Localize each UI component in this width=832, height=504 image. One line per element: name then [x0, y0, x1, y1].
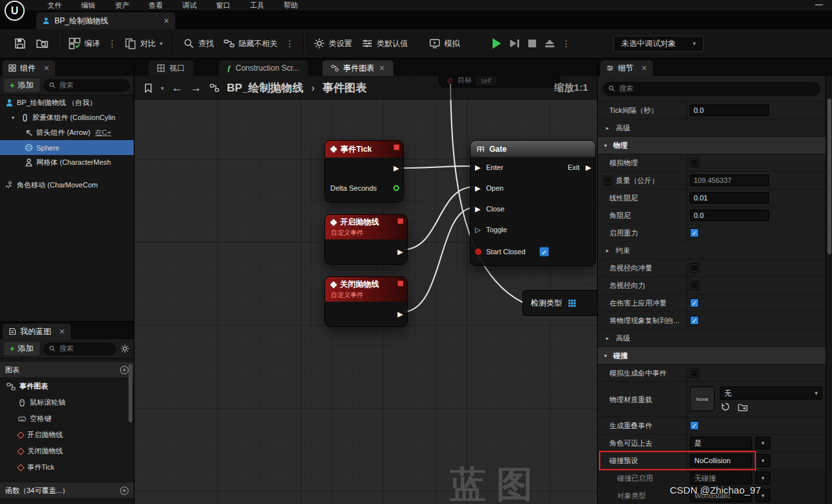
category-collision[interactable]: ▾ 碰撞 [598, 347, 826, 365]
category-physics[interactable]: ▾ 物理 [598, 137, 826, 154]
menu-view[interactable]: 查看 [139, 0, 173, 10]
start-closed-checkbox[interactable]: ✓ [539, 247, 549, 257]
details-scrollbar[interactable] [826, 76, 832, 504]
graph-item-mousewheel[interactable]: 鼠标滚轮轴 [0, 394, 134, 411]
minimize-icon[interactable]: — [815, 0, 823, 9]
compile-button[interactable]: 编译 [64, 33, 104, 54]
close-icon[interactable]: ✕ [43, 64, 49, 73]
frame-skip-button[interactable] [506, 33, 524, 54]
linear-damping-input[interactable]: 0.01 [690, 192, 769, 204]
angular-damping-input[interactable]: 0.0 [690, 210, 769, 221]
details-search-input[interactable]: 搜索 [603, 82, 820, 96]
graph-item-event-tick[interactable]: 事件Tick [0, 459, 134, 475]
ignore-radial-impulse-checkbox[interactable] [690, 263, 699, 272]
diff-button[interactable]: 对比 ▾ [120, 33, 167, 54]
simulate-physics-checkbox[interactable] [690, 158, 699, 167]
component-row-capsule[interactable]: ▾ 胶囊体组件 (CollisionCylin [0, 110, 134, 125]
use-selected-icon[interactable] [721, 402, 730, 411]
eject-button[interactable] [541, 33, 559, 54]
tick-interval-input[interactable]: 0.0 [690, 104, 769, 116]
save-button[interactable] [9, 33, 31, 54]
node-event-tick[interactable]: 事件Tick ▶ Delta Seconds [324, 140, 404, 202]
expander-icon[interactable]: ▾ [12, 115, 18, 121]
group-constraints[interactable]: ▸ 约束 [598, 242, 826, 259]
apply-impulse-checkbox[interactable]: ✓ [690, 298, 699, 307]
node-detect-type[interactable]: 检测类型 [522, 290, 597, 316]
debug-object-dropdown[interactable]: 未选中调试对象 ▾ [613, 36, 704, 52]
collision-preset-dropdown[interactable]: NoCollision [690, 454, 752, 467]
menu-edit[interactable]: 编辑 [71, 0, 105, 10]
component-row-charmove[interactable]: 角色移动 (CharMoveCom [0, 178, 134, 193]
overlap-events-checkbox[interactable]: ✓ [690, 421, 699, 430]
node-close-parabola[interactable]: 关闭抛物线 自定义事件 ▶ [324, 276, 408, 327]
my-blueprint-scrollbar[interactable] [128, 364, 132, 422]
bool-input-pin[interactable] [475, 248, 482, 255]
settings-gear-icon[interactable] [120, 344, 130, 354]
tab-viewport[interactable]: 视口 [149, 60, 193, 76]
exec-input-pin[interactable]: ▷ [475, 226, 480, 234]
add-graph-icon[interactable]: + [120, 366, 128, 374]
close-icon[interactable]: ✕ [59, 328, 65, 336]
forward-arrow-icon[interactable]: → [191, 82, 202, 95]
menu-help[interactable]: 帮助 [274, 0, 308, 10]
replicate-physics-checkbox[interactable]: ✓ [690, 316, 699, 325]
graphs-section-header[interactable]: 图表 + [0, 362, 134, 378]
component-row-mesh[interactable]: 网格体 (CharacterMesh [0, 155, 134, 170]
add-function-icon[interactable]: + [120, 486, 128, 495]
stop-button[interactable] [524, 33, 541, 54]
my-blueprint-tab[interactable]: 我的蓝图 ✕ [3, 324, 71, 339]
functions-section-header[interactable]: 函数（34可覆盖...） + [0, 483, 134, 499]
ignore-radial-force-checkbox[interactable] [690, 281, 699, 290]
node-open-parabola[interactable]: 开启抛物线 自定义事件 ▶ [324, 214, 408, 265]
exec-input-pin[interactable]: ▶ [475, 163, 480, 172]
hide-unrelated-button[interactable]: 隐藏不相关 [219, 33, 282, 54]
browse-to-asset-icon[interactable] [738, 403, 748, 411]
add-blueprint-item-button[interactable]: +添加 [4, 342, 40, 355]
exec-input-pin[interactable]: ▶ [475, 184, 480, 193]
my-blueprint-search-input[interactable]: 搜索 [43, 342, 116, 355]
tab-construction-script[interactable]: ƒ Construction Scr... [219, 60, 308, 76]
material-thumbnail[interactable]: None [690, 387, 715, 411]
chevron-down-icon[interactable]: ▾ [755, 437, 770, 450]
exec-output-pin[interactable]: ▶ [398, 248, 403, 256]
exec-output-pin[interactable]: ▶ [394, 163, 399, 172]
graph-item-open-parabola[interactable]: 开启抛物线 [0, 427, 134, 443]
graph-item-spacebar[interactable]: 空格键 [0, 411, 134, 427]
hit-events-checkbox[interactable] [690, 368, 699, 378]
scrollbar-thumb[interactable] [827, 99, 831, 254]
mass-input[interactable]: 109.456337 [690, 174, 769, 186]
breadcrumb-root[interactable]: BP_绘制抛物线 [227, 80, 304, 95]
component-row-self[interactable]: BP_绘制抛物线 （自我） [0, 95, 134, 110]
browse-button[interactable] [31, 33, 53, 54]
event-graph-row[interactable]: 事件图表 [0, 378, 134, 394]
breadcrumb-current[interactable]: 事件图表 [323, 80, 367, 95]
document-tab[interactable]: BP_绘制抛物线 ✕ [36, 12, 175, 29]
enable-gravity-checkbox[interactable]: ✓ [690, 228, 699, 237]
play-options-kebab-icon[interactable]: ⋮ [559, 38, 574, 49]
hide-options-kebab-icon[interactable]: ⋮ [282, 38, 298, 49]
menu-debug[interactable]: 调试 [173, 0, 206, 10]
component-source-link[interactable]: 在C+ [95, 128, 111, 138]
graph-canvas[interactable]: ⊘ 目标 self 事件Tick ▶ [134, 76, 597, 504]
collision-enabled-dropdown[interactable]: 无碰撞 [690, 472, 752, 485]
compile-options-kebab-icon[interactable]: ⋮ [104, 38, 120, 49]
simulate-button[interactable]: 模拟 [424, 33, 465, 54]
menu-asset[interactable]: 资产 [105, 0, 139, 10]
float-output-pin[interactable] [393, 185, 399, 191]
tab-event-graph[interactable]: 事件图表 ✕ [323, 60, 393, 76]
exec-output-pin[interactable]: ▶ [586, 163, 591, 172]
components-search-input[interactable]: 搜索 [43, 79, 130, 92]
exec-output-pin[interactable]: ▶ [398, 310, 403, 318]
exec-input-pin[interactable]: ▶ [475, 205, 480, 213]
unreal-logo-icon[interactable]: U [5, 1, 25, 21]
menu-window[interactable]: 窗口 [206, 0, 240, 10]
group-advanced-2[interactable]: ▸ 高级 [598, 330, 826, 347]
menu-tools[interactable]: 工具 [240, 0, 274, 10]
material-dropdown[interactable]: 无▾ [720, 387, 822, 400]
chevron-down-icon[interactable]: ▾ [755, 454, 770, 467]
can-step-up-dropdown[interactable]: 是 [690, 437, 752, 450]
close-icon[interactable]: ✕ [379, 64, 385, 73]
add-component-button[interactable]: +添加 [4, 78, 40, 92]
class-settings-button[interactable]: 类设置 [309, 33, 357, 54]
close-icon[interactable]: ✕ [641, 64, 647, 73]
